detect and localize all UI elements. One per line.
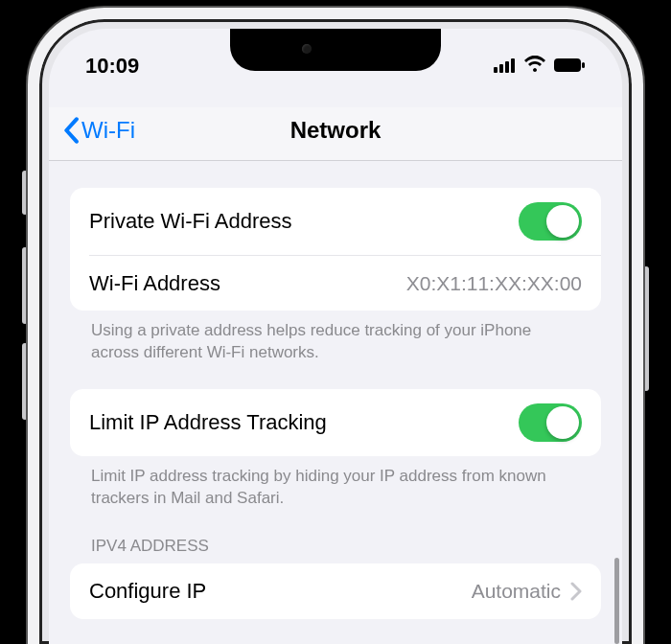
- svg-rect-5: [582, 62, 585, 68]
- private-wifi-label: Private Wi-Fi Address: [89, 209, 292, 234]
- limit-ip-footer: Limit IP address tracking by hiding your…: [70, 456, 601, 510]
- limit-ip-group: Limit IP Address Tracking: [70, 389, 601, 456]
- wifi-address-value: X0:X1:11:XX:XX:00: [406, 272, 582, 295]
- configure-ip-row[interactable]: Configure IP Automatic: [70, 564, 601, 619]
- chevron-right-icon: [570, 582, 582, 601]
- ipv4-group: Configure IP Automatic: [70, 564, 601, 619]
- svg-rect-1: [499, 64, 503, 73]
- limit-ip-label: Limit IP Address Tracking: [89, 410, 327, 435]
- status-time: 10:09: [85, 54, 139, 79]
- cellular-icon: [494, 54, 517, 79]
- wifi-address-row: Wi-Fi Address X0:X1:11:XX:XX:00: [89, 255, 601, 310]
- svg-rect-0: [494, 67, 497, 73]
- nav-bar: Wi-Fi Network: [49, 107, 622, 161]
- private-wifi-toggle-row[interactable]: Private Wi-Fi Address: [70, 188, 601, 255]
- configure-ip-value: Automatic: [472, 580, 561, 603]
- page-title: Network: [49, 117, 622, 144]
- svg-rect-3: [511, 58, 515, 73]
- limit-ip-switch[interactable]: [519, 403, 582, 442]
- svg-rect-4: [554, 58, 581, 72]
- battery-icon: [553, 54, 586, 79]
- ipv4-header: IPV4 ADDRESS: [70, 510, 601, 564]
- limit-ip-row[interactable]: Limit IP Address Tracking: [70, 389, 601, 456]
- wifi-address-label: Wi-Fi Address: [89, 271, 220, 296]
- notch: [230, 29, 441, 71]
- scrollbar[interactable]: [614, 558, 619, 644]
- svg-rect-2: [505, 61, 509, 73]
- configure-ip-label: Configure IP: [89, 579, 206, 604]
- private-wifi-footer: Using a private address helps reduce tra…: [70, 310, 601, 364]
- content: Private Wi-Fi Address Wi-Fi Address X0:X…: [49, 161, 622, 644]
- wifi-icon: [523, 54, 546, 79]
- private-wifi-group: Private Wi-Fi Address Wi-Fi Address X0:X…: [70, 188, 601, 310]
- private-wifi-switch[interactable]: [519, 202, 582, 241]
